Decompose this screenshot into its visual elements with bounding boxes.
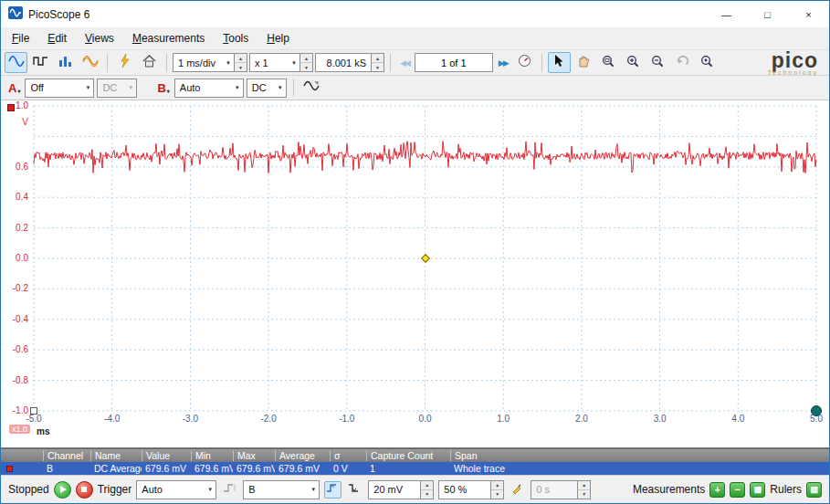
spin-down-icon[interactable]: ▼: [300, 62, 312, 71]
spin-up-icon[interactable]: ▲: [372, 54, 383, 62]
channel-b-coupling-select[interactable]: DC ▼: [247, 79, 287, 98]
zoom-in-button[interactable]: [622, 52, 645, 73]
close-button[interactable]: ×: [788, 1, 829, 27]
trigger-label: Trigger: [98, 483, 132, 496]
spin-down-icon[interactable]: ▼: [372, 62, 383, 71]
timebase-select[interactable]: 1 ms/div ▼: [173, 53, 235, 72]
channel-a-coupling-value: DC: [102, 82, 117, 93]
toolbar-separator: [541, 54, 542, 72]
chevron-down-icon: ▼: [205, 487, 215, 492]
spectrum-view-button[interactable]: [54, 52, 77, 73]
menu-edit[interactable]: Edit: [38, 28, 76, 48]
spin-down-icon: ▼: [578, 489, 590, 499]
measurements-header-row: Channel Name Value Min Max Average σ Cap…: [1, 449, 829, 462]
sample-count-spinner[interactable]: ▲▼: [372, 53, 384, 72]
x-axis-tick: 2.0: [575, 414, 588, 424]
channel-a-range-select[interactable]: Off ▼: [25, 79, 94, 98]
y-axis-tick: 1.0: [16, 100, 28, 110]
channel-b-label[interactable]: B ▾: [155, 81, 171, 95]
channel-b-range-value: Auto: [180, 82, 201, 93]
channel-b-swatch-icon: [6, 466, 13, 472]
spin-up-icon[interactable]: ▲: [235, 54, 247, 62]
y-axis-tick: -0.4: [13, 314, 28, 324]
buffer-indicator[interactable]: 1 of 1: [415, 53, 493, 72]
pan-tool-button[interactable]: [573, 52, 595, 73]
marquee-zoom-button[interactable]: [597, 52, 620, 73]
pre-trigger-field[interactable]: 50 %: [438, 480, 491, 499]
chevron-down-icon: ▼: [125, 85, 136, 90]
measurement-row[interactable]: B DC Average 679.6 mV 679.6 mV 679.6 mV …: [1, 462, 829, 475]
dual-wave-icon: [82, 55, 99, 71]
trigger-source-select[interactable]: B ▼: [243, 480, 320, 499]
y-axis-tick: -0.6: [13, 344, 28, 354]
play-icon: [60, 486, 67, 493]
cell-value: 679.6 mV: [142, 463, 191, 474]
advanced-trigger-button[interactable]: [221, 481, 238, 499]
y-axis-tick: 0.4: [16, 192, 28, 202]
zoom-factor-spinner[interactable]: ▲▼: [300, 53, 313, 72]
menu-measurements[interactable]: Measurements: [123, 28, 214, 48]
persistence-view-button[interactable]: [29, 52, 52, 73]
channel-b-axis-indicator[interactable]: [7, 104, 15, 111]
add-measurement-button[interactable]: +: [709, 482, 725, 498]
trigger-threshold-field[interactable]: 20 mV: [368, 480, 421, 499]
title-bar[interactable]: PicoScope 6 — □ ×: [1, 1, 829, 27]
awg-button[interactable]: [300, 78, 323, 99]
scope-view-button[interactable]: [5, 52, 27, 73]
undo-zoom-button[interactable]: [671, 52, 694, 73]
zoom-factor-select[interactable]: x 1 ▼: [249, 53, 300, 72]
buffer-overview-button[interactable]: [513, 52, 536, 73]
xy-view-button[interactable]: [79, 52, 101, 73]
home-icon: [142, 55, 156, 71]
sample-count-field[interactable]: 8.001 kS: [315, 53, 372, 72]
spin-up-icon[interactable]: ▲: [300, 54, 312, 62]
channel-b-coupling-value: DC: [252, 82, 267, 93]
magnifier-full-icon: [700, 55, 713, 71]
stop-capture-button[interactable]: [76, 481, 93, 499]
cell-min: 679.6 mV: [191, 463, 233, 474]
start-capture-button[interactable]: [54, 481, 71, 499]
channel-a-label[interactable]: A ▾: [6, 81, 22, 95]
falling-edge-button[interactable]: [346, 481, 363, 499]
channel-b-range-select[interactable]: Auto ▼: [174, 79, 244, 98]
menu-help[interactable]: Help: [257, 28, 299, 48]
chevron-down-icon: ▼: [223, 60, 234, 66]
rulers-settings-button[interactable]: ▤: [806, 482, 822, 498]
maximize-button[interactable]: □: [747, 1, 788, 27]
connect-device-button[interactable]: [113, 52, 136, 73]
menu-views[interactable]: Views: [76, 28, 123, 48]
toolbar-separator: [390, 54, 391, 72]
pre-trigger-spinner[interactable]: ▲▼: [491, 480, 504, 499]
spin-down-icon[interactable]: ▼: [421, 489, 433, 499]
y-axis-tick: -0.8: [13, 375, 28, 385]
y-axis-tick: 0.0: [16, 253, 28, 263]
edit-measurement-button[interactable]: ▦: [750, 482, 765, 498]
pointer-tool-button[interactable]: [548, 52, 571, 73]
trigger-mode-value: Auto: [142, 484, 163, 495]
scope-plot[interactable]: 1.00.60.40.20.0-0.2-0.4-0.6-0.8-1.0V-5.0…: [34, 106, 816, 411]
trigger-mode-select[interactable]: Auto ▼: [136, 480, 216, 499]
trigger-delay-field: 0 s: [531, 480, 578, 499]
minimize-button[interactable]: —: [706, 1, 747, 27]
menu-tools[interactable]: Tools: [214, 28, 257, 48]
spin-down-icon[interactable]: ▼: [491, 489, 503, 499]
stop-icon: [81, 487, 87, 492]
square-wave-icon: [33, 55, 49, 71]
spin-up-icon[interactable]: ▲: [491, 481, 503, 489]
spin-up-icon[interactable]: ▲: [421, 481, 433, 489]
zoom-out-button[interactable]: [646, 52, 669, 73]
spin-down-icon[interactable]: ▼: [235, 62, 247, 71]
scope-display[interactable]: 1.00.60.40.20.0-0.2-0.4-0.6-0.8-1.0V-5.0…: [1, 100, 829, 448]
prev-buffer-button[interactable]: ◀◀: [396, 58, 413, 68]
col-capture-count: Capture Count: [366, 450, 450, 461]
rising-edge-button[interactable]: [324, 481, 341, 499]
home-view-button[interactable]: [138, 52, 161, 73]
trigger-time-button[interactable]: [509, 481, 526, 499]
zoom-full-button[interactable]: [696, 52, 719, 73]
chevron-down-icon: ▼: [289, 60, 299, 66]
timebase-spinner[interactable]: ▲▼: [235, 53, 247, 72]
trigger-threshold-spinner[interactable]: ▲▼: [421, 480, 434, 499]
next-buffer-button[interactable]: ▶▶: [495, 58, 511, 68]
remove-measurement-button[interactable]: −: [730, 482, 745, 498]
menu-file[interactable]: File: [3, 28, 38, 48]
